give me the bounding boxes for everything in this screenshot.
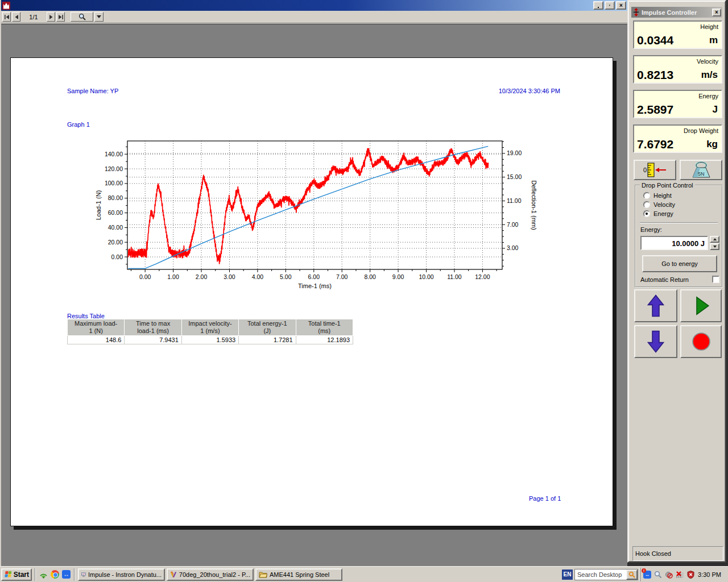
last-page-button[interactable]	[56, 12, 65, 22]
results-table: Maximum load-1 (N) Time to maxload-1 (ms…	[67, 319, 353, 344]
svg-text:11.00: 11.00	[507, 197, 522, 204]
spin-up-icon	[713, 236, 717, 240]
first-page-icon	[4, 14, 10, 20]
drop-weight-display-value: 7.6792	[637, 138, 673, 151]
minimize-button[interactable]	[593, 1, 603, 10]
page-indicator: 1/1	[22, 14, 46, 20]
record-stop-button[interactable]	[680, 325, 722, 358]
svg-text:2.00: 2.00	[196, 273, 208, 280]
auto-return-checkbox[interactable]	[712, 276, 719, 283]
svg-text:100.00: 100.00	[105, 180, 123, 186]
go-to-energy-button[interactable]: Go to energy	[642, 255, 717, 272]
radio-row-height[interactable]: Height	[643, 192, 672, 199]
radio-row-velocity[interactable]: Velocity	[643, 201, 675, 209]
svg-text:6.00: 6.00	[308, 273, 320, 280]
taskbar-window-impulse[interactable]: Impulse - Instron Dynatu...	[78, 568, 165, 581]
svg-text:0.00: 0.00	[139, 273, 151, 280]
sample-name-label: Sample Name: YP	[67, 88, 118, 94]
drop-weight-display-label: Drop Weight	[684, 127, 718, 134]
auto-return-label: Automatic Return	[640, 276, 689, 283]
chevron-down-icon	[97, 15, 101, 20]
energy-display-value: 2.5897	[637, 103, 673, 117]
taskbar-window-pdf[interactable]: 70deg_20thou_trial2 - P...	[167, 568, 254, 581]
restore-button[interactable]	[605, 1, 615, 10]
velocity-display-unit: m/s	[701, 69, 718, 81]
results-col-time-to-max: Time to maxload-1 (ms)	[125, 319, 181, 336]
next-page-icon	[48, 14, 54, 20]
teamviewer-tray-icon[interactable]: ↔ !	[643, 570, 652, 579]
total-time-value: 12.1893	[296, 336, 353, 344]
start-button[interactable]: Start	[1, 568, 32, 581]
taskbar-window-folder[interactable]: AME441 Spring Steel	[255, 568, 342, 581]
previous-page-icon	[14, 14, 19, 20]
search-button[interactable]	[626, 569, 638, 580]
svg-text:5N: 5N	[698, 171, 705, 177]
energy-display: Energy 2.5897 J	[633, 90, 722, 118]
zero-position-button[interactable]: 0	[634, 160, 676, 180]
pdf-viewer-icon	[170, 571, 177, 579]
svg-text:7.00: 7.00	[507, 221, 519, 228]
energy-display-label: Energy	[698, 93, 718, 99]
search-box[interactable]: Search Desktop	[574, 569, 638, 580]
results-col-total-time: Total time-1(ms)	[296, 319, 353, 336]
results-col-max-load: Maximum load-1 (N)	[68, 319, 125, 336]
drop-point-control-label: Drop Point Control	[640, 182, 695, 189]
start-test-button[interactable]	[680, 289, 722, 322]
svg-text:120.00: 120.00	[105, 165, 123, 172]
svg-text:Time-1 (ms): Time-1 (ms)	[298, 282, 332, 289]
clock[interactable]: 3:30 PM	[697, 571, 725, 578]
network-signal-icon[interactable]	[39, 569, 48, 579]
svg-text:1.00: 1.00	[167, 273, 179, 280]
taskbar: Start ↔ Impulse - Instron Dynatu...	[0, 566, 728, 582]
chart-svg: 0.001.002.003.004.005.006.007.008.009.00…	[87, 135, 542, 300]
svg-text:3.00: 3.00	[507, 244, 519, 251]
security-shield-tray-icon[interactable]	[686, 570, 695, 579]
results-col-total-energy: Total energy-1(J)	[239, 319, 296, 336]
system-tray: ↔ !	[640, 568, 727, 581]
svg-text:9.00: 9.00	[392, 273, 404, 280]
magnifier-tray-icon[interactable]	[653, 570, 663, 579]
load-cell-weight-button[interactable]: 5N	[680, 160, 722, 180]
raise-crosshead-button[interactable]	[634, 289, 677, 322]
windows-flag-icon	[4, 571, 12, 578]
energy-input[interactable]: 10.0000 J	[640, 236, 708, 250]
restore-icon	[609, 3, 610, 8]
svg-text:11.00: 11.00	[447, 273, 462, 280]
first-page-button[interactable]	[2, 12, 11, 22]
blocked-device-tray-icon[interactable]	[664, 570, 673, 579]
svg-text:Load-1 (N): Load-1 (N)	[95, 190, 102, 221]
lower-crosshead-button[interactable]	[634, 325, 677, 358]
height-display-label: Height	[700, 23, 718, 30]
energy-spin-up-button[interactable]	[710, 236, 719, 243]
taskbar-window-label: Impulse - Instron Dynatu...	[88, 571, 162, 578]
controller-close-button[interactable]: ×	[712, 9, 721, 16]
svg-text:3.00: 3.00	[224, 273, 235, 280]
energy-display-unit: J	[713, 104, 718, 115]
close-button[interactable]: ×	[616, 1, 626, 10]
height-radio[interactable]	[643, 192, 650, 199]
chrome-icon[interactable]	[50, 569, 60, 579]
zoom-dropdown-button[interactable]	[94, 12, 104, 22]
taskbar-window-label: AME441 Spring Steel	[270, 571, 329, 578]
language-indicator[interactable]: EN	[562, 569, 573, 580]
instron-logo-icon	[2, 2, 10, 10]
energy-field-label: Energy:	[640, 226, 662, 233]
energy-spin-down-button[interactable]	[710, 243, 719, 250]
search-input[interactable]: Search Desktop	[575, 571, 626, 578]
svg-text:4.00: 4.00	[252, 273, 264, 280]
zoom-button[interactable]	[71, 12, 93, 22]
screen: × 1/1	[0, 0, 728, 582]
energy-radio[interactable]	[643, 210, 650, 217]
teamviewer-icon[interactable]: ↔	[61, 569, 71, 579]
radio-row-energy[interactable]: Energy	[643, 210, 673, 218]
velocity-radio-label: Velocity	[653, 201, 675, 208]
graph-title: Graph 1	[67, 121, 90, 128]
velocity-radio[interactable]	[643, 201, 650, 208]
weight-5n-icon: 5N	[688, 161, 714, 178]
drop-weight-display: Drop Weight 7.6792 kg	[633, 124, 722, 153]
report-workspace: Sample Name: YP 10/3/2024 3:30:46 PM Gra…	[1, 24, 627, 566]
folder-icon	[259, 571, 267, 578]
network-error-tray-icon[interactable]	[675, 570, 684, 579]
next-page-button[interactable]	[47, 12, 55, 22]
previous-page-button[interactable]	[12, 12, 20, 22]
